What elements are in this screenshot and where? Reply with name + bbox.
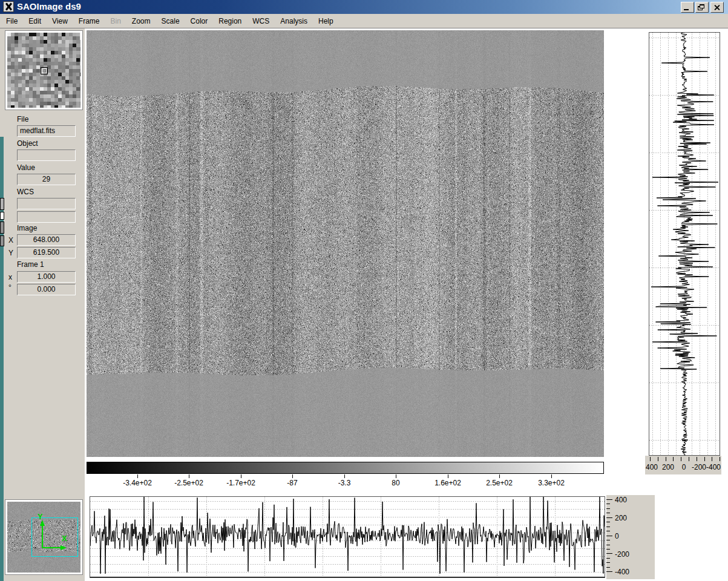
title-bar[interactable]: SAOImage ds9 <box>0 0 728 14</box>
image-y-field[interactable]: 619.500 <box>17 247 76 258</box>
restore-button[interactable] <box>695 2 709 13</box>
object-label: Object <box>17 139 38 148</box>
vaxis-tick <box>697 457 697 461</box>
menu-file[interactable]: File <box>6 17 18 25</box>
wcs-field-2[interactable] <box>17 211 76 223</box>
horizontal-cut-axis <box>606 495 655 579</box>
haxis-tick <box>606 553 612 554</box>
image-display[interactable] <box>87 30 604 457</box>
vaxis-tick-label: -400 <box>706 463 721 471</box>
background-swatch <box>0 222 4 234</box>
menu-region[interactable]: Region <box>218 17 241 25</box>
image-y-label: Y <box>8 249 13 257</box>
image-label: Image <box>17 224 37 232</box>
panner-view[interactable] <box>7 502 80 573</box>
vaxis-tick <box>689 457 689 461</box>
colorbar-tick-label: 80 <box>392 479 399 487</box>
horizontal-cut-graph <box>90 496 605 578</box>
file-label: File <box>17 115 28 123</box>
haxis-tick <box>606 508 610 509</box>
menu-color[interactable]: Color <box>191 17 208 25</box>
wcs-field-1[interactable] <box>17 198 76 209</box>
minimize-button[interactable] <box>681 2 694 13</box>
colorbar-tick-label: -1.7e+02 <box>226 479 255 487</box>
vaxis-tick-label: 0 <box>682 463 686 471</box>
ds9-application-window: SAOImage ds9 File Edit View Frame Bin Zo… <box>0 0 728 581</box>
vaxis-tick <box>712 457 712 461</box>
menu-wcs[interactable]: WCS <box>252 17 269 25</box>
panner-y-axis-label: Y <box>38 512 43 521</box>
menu-frame[interactable]: Frame <box>79 17 100 25</box>
haxis-tick <box>606 499 612 500</box>
haxis-tick <box>606 540 610 540</box>
colorbar-tick-label: 3.3e+02 <box>538 479 565 487</box>
colorbar[interactable] <box>87 462 604 474</box>
window-title: SAOImage ds9 <box>17 1 81 11</box>
menu-bin: Bin <box>111 17 121 25</box>
haxis-tick <box>606 558 610 559</box>
x11-app-icon <box>3 1 14 12</box>
haxis-tick-label: -400 <box>615 568 629 576</box>
vaxis-tick-label: 400 <box>646 463 658 471</box>
vaxis-tick <box>704 457 705 461</box>
haxis-tick <box>606 567 610 568</box>
haxis-tick <box>606 531 610 531</box>
frame-deg-label: ° <box>8 283 11 292</box>
vaxis-tick <box>673 457 674 461</box>
colorbar-tick-label: 2.5e+02 <box>486 479 513 487</box>
file-field[interactable]: medflat.fits <box>17 125 76 137</box>
menu-bar: File Edit View Frame Bin Zoom Scale Colo… <box>0 14 728 28</box>
frame-label: Frame 1 <box>17 260 44 269</box>
menu-zoom[interactable]: Zoom <box>132 17 151 25</box>
haxis-tick <box>606 517 612 518</box>
panner-panel[interactable] <box>5 499 83 575</box>
haxis-tick-label: 200 <box>615 514 627 522</box>
vaxis-tick <box>658 457 658 461</box>
colorbar-tick-label: -2.5e+02 <box>174 479 203 487</box>
haxis-tick <box>606 527 610 527</box>
menu-scale[interactable]: Scale <box>162 17 180 25</box>
frame-x-label: x <box>8 273 12 281</box>
minimize-icon <box>684 9 689 10</box>
menu-analysis[interactable]: Analysis <box>280 17 307 25</box>
frame-deg-field[interactable]: 0.000 <box>17 284 76 295</box>
vaxis-tick <box>666 457 666 461</box>
colorbar-tick-label: 1.6e+02 <box>435 479 461 487</box>
vaxis-tick <box>650 457 651 461</box>
haxis-tick <box>606 545 610 545</box>
haxis-tick <box>606 513 610 513</box>
haxis-tick <box>606 562 610 563</box>
panner-x-axis-label: X <box>62 534 67 543</box>
close-button[interactable] <box>710 2 724 13</box>
image-x-field[interactable]: 648.000 <box>17 234 76 246</box>
haxis-tick <box>606 571 612 572</box>
haxis-tick-label: -200 <box>615 550 629 559</box>
info-panel <box>0 28 85 581</box>
background-swatch <box>0 212 4 220</box>
vertical-cut-graph <box>649 32 720 456</box>
background-swatch <box>0 235 4 246</box>
vaxis-tick <box>681 457 681 461</box>
vaxis-tick <box>720 457 720 461</box>
magnifier-view <box>7 33 80 108</box>
haxis-tick-label: 0 <box>615 532 619 540</box>
haxis-tick <box>606 549 610 550</box>
object-field[interactable] <box>17 149 76 161</box>
menu-edit[interactable]: Edit <box>28 17 41 25</box>
vaxis-tick-label: -200 <box>692 463 706 471</box>
colorbar-tick-label: -3.3 <box>338 479 351 487</box>
menu-help[interactable]: Help <box>318 17 333 25</box>
haxis-tick <box>606 522 610 522</box>
background-swatch <box>0 198 4 210</box>
menu-view[interactable]: View <box>52 17 68 25</box>
haxis-tick-label: 400 <box>615 496 627 504</box>
colorbar-tick-label: -87 <box>287 479 297 487</box>
magnifier-panel <box>5 30 83 110</box>
wcs-label: WCS <box>17 188 34 196</box>
haxis-tick <box>606 536 612 536</box>
image-x-label: X <box>8 236 13 245</box>
value-label: Value <box>17 163 35 172</box>
frame-x-field[interactable]: 1.000 <box>17 271 76 283</box>
value-field[interactable]: 29 <box>17 174 76 185</box>
haxis-tick <box>606 504 610 504</box>
